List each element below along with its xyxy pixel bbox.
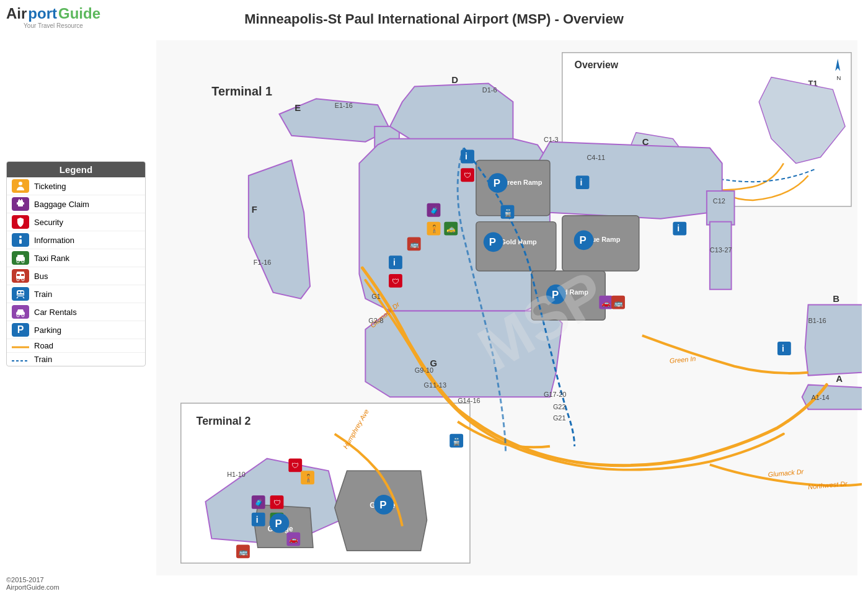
- info-icon-g1: i: [393, 257, 396, 267]
- svg-point-15: [22, 278, 24, 281]
- airport-map: Overview T1 T2 Terminal 1 Green Ramp Gol…: [152, 40, 862, 575]
- information-icon: [12, 233, 29, 247]
- parking-gold-ramp: P: [489, 236, 496, 248]
- gate-G9-10-label: G9-10: [415, 366, 433, 374]
- overview-label: Overview: [575, 60, 619, 70]
- gate-A1-14-label: A1-14: [812, 394, 830, 401]
- road-label: Road: [34, 341, 53, 350]
- terminal1-label: Terminal 1: [211, 84, 272, 98]
- legend-item-ticketing: Ticketing: [7, 177, 145, 195]
- gate-C13-27-label: C13-27: [710, 246, 732, 254]
- page-title: Minneapolis-St Paul International Airpor…: [0, 6, 868, 27]
- security-icon-d: 🛡: [464, 171, 471, 180]
- svg-rect-3: [23, 202, 24, 205]
- svg-rect-13: [17, 272, 24, 273]
- baggage-icon-t1: 🧳: [430, 206, 439, 215]
- gate-B1-16-label: B1-16: [808, 317, 826, 324]
- road-line: [12, 343, 29, 349]
- svg-line-23: [23, 297, 24, 298]
- svg-rect-1: [18, 200, 23, 206]
- ticketing-label: Ticketing: [34, 182, 66, 191]
- train-icon: [12, 287, 29, 301]
- train-line-label: Train: [34, 355, 52, 364]
- bus-icon-red-ramp: 🚌: [614, 298, 623, 308]
- svg-marker-38: [538, 142, 722, 219]
- security-icon-t2a: 🛡: [291, 461, 299, 470]
- svg-rect-20: [21, 291, 24, 293]
- svg-rect-57: [252, 513, 265, 526]
- security-icon-g: 🛡: [392, 277, 399, 286]
- gate-G2-8-label: G2-8: [368, 317, 383, 324]
- svg-rect-2: [17, 202, 18, 205]
- gate-A-label: A: [836, 374, 843, 384]
- gate-C1-3-label: C1-3: [544, 136, 559, 143]
- legend-item-information: Information: [7, 231, 145, 249]
- gate-E1-16-label: E1-16: [335, 102, 353, 109]
- svg-rect-9: [17, 255, 24, 257]
- svg-rect-55: [673, 222, 686, 236]
- gate-H1-10-label: H1-10: [227, 471, 246, 478]
- copyright: ©2015-2017 AirportGuide.com: [6, 576, 60, 591]
- parking-t2-garage1: P: [379, 499, 386, 511]
- svg-point-26: [22, 314, 24, 317]
- parking-green-ramp: P: [494, 177, 500, 189]
- taxi-icon-t1: 🚕: [446, 224, 456, 233]
- car-rentals-icon: [12, 305, 29, 319]
- legend-item-car-rentals: Car Rentals: [7, 303, 145, 321]
- legend: Legend Ticketing Baggage Claim Security …: [6, 161, 146, 366]
- parking-label: Parking: [34, 326, 61, 335]
- baggage-icon: [12, 197, 29, 211]
- svg-point-6: [19, 236, 22, 238]
- gate-G11-13-label: G11-13: [424, 381, 446, 389]
- security-icon: [12, 215, 29, 229]
- train-icon-t1: 🚆: [503, 208, 513, 217]
- gate-G1-label: G1: [371, 293, 381, 300]
- svg-rect-56: [777, 342, 791, 355]
- svg-text:N: N: [836, 74, 841, 81]
- train-label: Train: [34, 290, 52, 299]
- gate-G17-20-label: G17-20: [544, 391, 566, 398]
- gate-G21-label: G21: [553, 414, 566, 422]
- svg-rect-54: [461, 150, 474, 164]
- green-ramp-label: Green Ramp: [502, 179, 542, 186]
- gate-C12-label: C12: [713, 197, 725, 205]
- parking-icon: P: [12, 323, 29, 337]
- gate-G14-16-label: G14-16: [458, 397, 480, 404]
- bus-icon-t1: 🚌: [410, 239, 419, 249]
- ticketing-icon-t1: 🧍: [430, 224, 440, 233]
- bus-icon: [12, 269, 29, 283]
- info-icon-t2: i: [256, 515, 259, 525]
- legend-item-parking: P Parking: [7, 321, 145, 339]
- gate-D1-6-label: D1-6: [482, 86, 497, 94]
- ticketing-icon: [12, 179, 29, 193]
- ticketing-icon-t2: 🧍: [304, 473, 313, 482]
- security-icon-t2b: 🛡: [273, 499, 281, 507]
- svg-point-0: [19, 182, 22, 185]
- gate-C4-11-label: C4-11: [587, 154, 605, 161]
- terminal2-label: Terminal 2: [197, 415, 251, 427]
- gate-D-label: D: [451, 75, 458, 85]
- taxi-label: Taxi Rank: [34, 254, 69, 263]
- car-rentals-label: Car Rentals: [34, 308, 77, 317]
- svg-rect-39: [707, 191, 735, 225]
- bus-label: Bus: [34, 272, 48, 281]
- baggage-icon-t2: 🧳: [254, 498, 264, 507]
- train-icon-t2: 🚆: [452, 437, 461, 446]
- legend-item-security: Security: [7, 213, 145, 231]
- train-line: [12, 357, 29, 363]
- svg-rect-52: [576, 175, 590, 189]
- parking-blue-ramp: P: [580, 234, 587, 246]
- svg-rect-19: [18, 291, 20, 293]
- info-icon-d: i: [465, 151, 467, 161]
- taxi-icon: [12, 251, 29, 265]
- bus-icon-t2: 🚌: [239, 547, 248, 556]
- svg-rect-16: [17, 274, 20, 276]
- legend-item-train-line: Train: [7, 353, 145, 366]
- information-label: Information: [34, 236, 74, 245]
- svg-rect-21: [17, 295, 24, 296]
- legend-item-train: Train: [7, 285, 145, 303]
- info-icon-c12: i: [677, 223, 680, 233]
- legend-title: Legend: [7, 162, 145, 177]
- svg-marker-42: [805, 305, 862, 376]
- car-rentals-icon-t2: 🚗: [289, 534, 298, 544]
